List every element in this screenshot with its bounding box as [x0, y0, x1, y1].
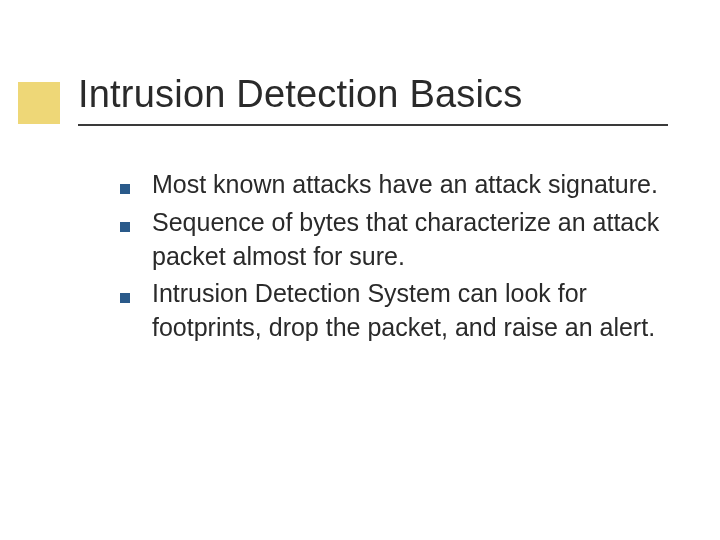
square-bullet-icon: [120, 293, 130, 303]
square-bullet-icon: [120, 184, 130, 194]
title-area: Intrusion Detection Basics: [78, 74, 680, 126]
slide: Intrusion Detection Basics Most known at…: [0, 0, 720, 540]
title-underline: [78, 124, 668, 126]
body-area: Most known attacks have an attack signat…: [120, 168, 660, 349]
list-item: Intrusion Detection System can look for …: [120, 277, 660, 345]
bullet-text: Intrusion Detection System can look for …: [152, 277, 660, 345]
accent-square: [18, 82, 60, 124]
slide-title: Intrusion Detection Basics: [78, 74, 680, 122]
bullet-text: Most known attacks have an attack signat…: [152, 168, 658, 202]
list-item: Sequence of bytes that characterize an a…: [120, 206, 660, 274]
list-item: Most known attacks have an attack signat…: [120, 168, 660, 202]
square-bullet-icon: [120, 222, 130, 232]
bullet-text: Sequence of bytes that characterize an a…: [152, 206, 660, 274]
